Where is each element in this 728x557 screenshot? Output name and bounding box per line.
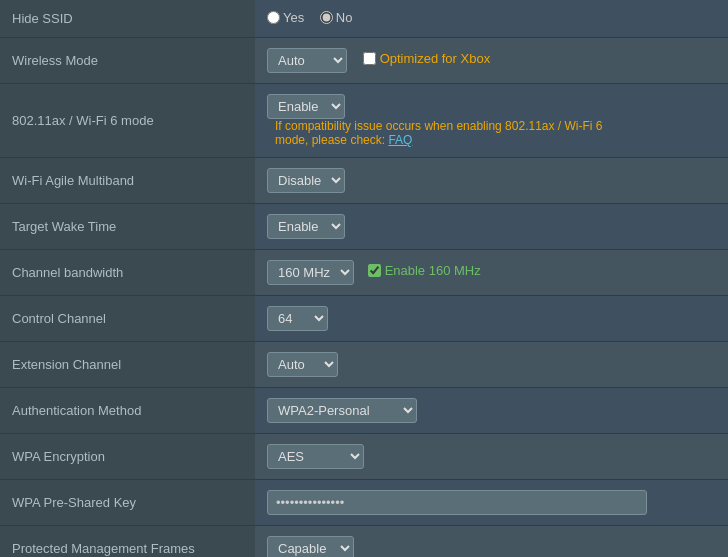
xbox-label[interactable]: Optimized for Xbox	[363, 51, 491, 66]
row-extension-channel: Extension Channel Auto Above Below	[0, 342, 728, 388]
value-wpa-key	[255, 480, 728, 526]
wifi6-info: If compatibility issue occurs when enabl…	[275, 119, 635, 147]
row-target-wake: Target Wake Time Enable Disable	[0, 204, 728, 250]
value-wpa-encryption: AES TKIP TKIP+AES	[255, 434, 728, 480]
enable160-label[interactable]: Enable 160 MHz	[368, 263, 481, 278]
enable160-checkbox[interactable]	[368, 264, 381, 277]
value-target-wake: Enable Disable	[255, 204, 728, 250]
row-control-channel: Control Channel Auto 36404448 52566064 1…	[0, 296, 728, 342]
enable160-text: Enable 160 MHz	[385, 263, 481, 278]
no-text: No	[336, 10, 353, 25]
label-auth-method: Authentication Method	[0, 388, 255, 434]
wifi6-select[interactable]: Enable Disable	[267, 94, 345, 119]
label-target-wake: Target Wake Time	[0, 204, 255, 250]
hide-ssid-yes-label[interactable]: Yes	[267, 10, 304, 25]
pmf-select[interactable]: Disable Capable Required	[267, 536, 354, 557]
control-channel-select[interactable]: Auto 36404448 52566064 100104108112 1161…	[267, 306, 328, 331]
auth-method-select[interactable]: Open System WPA-Personal WPA2-Personal W…	[267, 398, 417, 423]
row-wpa-encryption: WPA Encryption AES TKIP TKIP+AES	[0, 434, 728, 480]
label-wifi6: 802.11ax / Wi-Fi 6 mode	[0, 84, 255, 158]
label-wireless-mode: Wireless Mode	[0, 38, 255, 84]
label-wpa-key: WPA Pre-Shared Key	[0, 480, 255, 526]
value-auth-method: Open System WPA-Personal WPA2-Personal W…	[255, 388, 728, 434]
row-wpa-key: WPA Pre-Shared Key	[0, 480, 728, 526]
value-wifi6: Enable Disable If compatibility issue oc…	[255, 84, 728, 158]
value-control-channel: Auto 36404448 52566064 100104108112 1161…	[255, 296, 728, 342]
xbox-text: Optimized for Xbox	[380, 51, 491, 66]
wpa-encryption-select[interactable]: AES TKIP TKIP+AES	[267, 444, 364, 469]
settings-table: Hide SSID Yes No Wireless Mode Auto N on…	[0, 0, 728, 557]
row-auth-method: Authentication Method Open System WPA-Pe…	[0, 388, 728, 434]
label-hide-ssid: Hide SSID	[0, 0, 255, 38]
row-hide-ssid: Hide SSID Yes No	[0, 0, 728, 38]
xbox-checkbox[interactable]	[363, 52, 376, 65]
value-wireless-mode: Auto N only AC only AX only Legacy Optim…	[255, 38, 728, 84]
wpa-key-input[interactable]	[267, 490, 647, 515]
value-pmf: Disable Capable Required	[255, 526, 728, 558]
hide-ssid-no-radio[interactable]	[320, 11, 333, 24]
row-wireless-mode: Wireless Mode Auto N only AC only AX onl…	[0, 38, 728, 84]
target-wake-select[interactable]: Enable Disable	[267, 214, 345, 239]
row-wifi-agile: Wi-Fi Agile Multiband Disable Enable	[0, 158, 728, 204]
label-wpa-encryption: WPA Encryption	[0, 434, 255, 480]
value-hide-ssid: Yes No	[255, 0, 728, 38]
wifi6-info-text: If compatibility issue occurs when enabl…	[275, 119, 603, 147]
value-wifi-agile: Disable Enable	[255, 158, 728, 204]
label-control-channel: Control Channel	[0, 296, 255, 342]
row-pmf: Protected Management Frames Disable Capa…	[0, 526, 728, 558]
value-channel-bw: 20 MHz 40 MHz 80 MHz 160 MHz Enable 160 …	[255, 250, 728, 296]
row-channel-bw: Channel bandwidth 20 MHz 40 MHz 80 MHz 1…	[0, 250, 728, 296]
hide-ssid-yes-radio[interactable]	[267, 11, 280, 24]
wifi-agile-select[interactable]: Disable Enable	[267, 168, 345, 193]
value-extension-channel: Auto Above Below	[255, 342, 728, 388]
wireless-mode-select[interactable]: Auto N only AC only AX only Legacy	[267, 48, 347, 73]
label-pmf: Protected Management Frames	[0, 526, 255, 558]
channel-bw-select[interactable]: 20 MHz 40 MHz 80 MHz 160 MHz	[267, 260, 354, 285]
yes-text: Yes	[283, 10, 304, 25]
hide-ssid-no-label[interactable]: No	[320, 10, 353, 25]
row-wifi6: 802.11ax / Wi-Fi 6 mode Enable Disable I…	[0, 84, 728, 158]
faq-link[interactable]: FAQ	[388, 133, 412, 147]
label-wifi-agile: Wi-Fi Agile Multiband	[0, 158, 255, 204]
extension-channel-select[interactable]: Auto Above Below	[267, 352, 338, 377]
label-channel-bw: Channel bandwidth	[0, 250, 255, 296]
label-extension-channel: Extension Channel	[0, 342, 255, 388]
